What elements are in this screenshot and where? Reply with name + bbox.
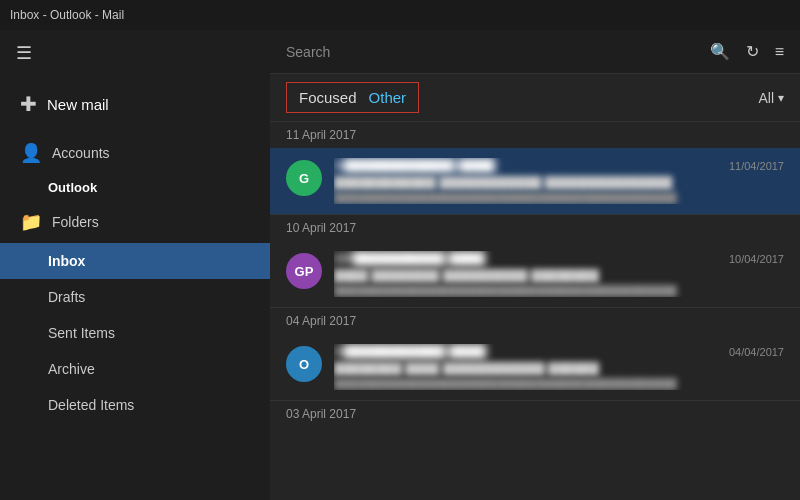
sidebar-item-drafts[interactable]: Drafts — [0, 279, 270, 315]
email-date: 10/04/2017 — [729, 253, 784, 265]
new-mail-label: New mail — [47, 96, 109, 113]
email-panel: 🔍 ↻ ≡ Focused Other All ▾ 11 April 2017 … — [270, 30, 800, 500]
tabs-bar: Focused Other All ▾ — [270, 74, 800, 122]
search-actions: 🔍 ↻ ≡ — [710, 42, 784, 61]
email-sender: G████████████ ████ — [334, 158, 495, 173]
title-text: Inbox - Outlook - Mail — [10, 8, 124, 22]
email-top: O███████████ ████ 04/04/2017 — [334, 344, 784, 359]
avatar: G — [286, 160, 322, 196]
title-bar: Inbox - Outlook - Mail — [0, 0, 800, 30]
tab-other[interactable]: Other — [365, 87, 411, 108]
avatar: O — [286, 346, 322, 382]
email-content: GP██████████ ████ 10/04/2017 ████ ██████… — [334, 251, 784, 297]
email-top: GP██████████ ████ 10/04/2017 — [334, 251, 784, 266]
all-dropdown[interactable]: All ▾ — [758, 90, 784, 106]
plus-icon: ✚ — [20, 92, 37, 116]
email-top: G████████████ ████ 11/04/2017 — [334, 158, 784, 173]
sidebar: ☰ ✚ New mail 👤 Accounts Outlook 📁 Folder… — [0, 30, 270, 500]
folders-label: Folders — [52, 214, 99, 230]
sidebar-item-sent[interactable]: Sent Items — [0, 315, 270, 351]
sidebar-item-archive[interactable]: Archive — [0, 351, 270, 387]
date-separator: 10 April 2017 — [270, 215, 800, 241]
new-mail-button[interactable]: ✚ New mail — [0, 76, 270, 132]
filter-icon[interactable]: ≡ — [775, 43, 784, 61]
email-row[interactable]: GP GP██████████ ████ 10/04/2017 ████ ███… — [270, 241, 800, 308]
hamburger-icon[interactable]: ☰ — [16, 42, 32, 64]
tab-focused[interactable]: Focused — [295, 87, 365, 108]
email-subject: ████████████ ████████████ ██████████████… — [334, 176, 784, 190]
person-icon: 👤 — [20, 142, 42, 164]
date-separator: 03 April 2017 — [270, 401, 800, 427]
email-date: 11/04/2017 — [729, 160, 784, 172]
sidebar-header: ☰ — [0, 30, 270, 76]
email-row[interactable]: O O███████████ ████ 04/04/2017 ████████ … — [270, 334, 800, 401]
drafts-label: Drafts — [48, 289, 85, 305]
folders-section[interactable]: 📁 Folders — [0, 201, 270, 243]
email-preview: ████████████████████████████████████████… — [334, 192, 784, 204]
email-content: O███████████ ████ 04/04/2017 ████████ ██… — [334, 344, 784, 390]
email-date: 04/04/2017 — [729, 346, 784, 358]
main-layout: ☰ ✚ New mail 👤 Accounts Outlook 📁 Folder… — [0, 30, 800, 500]
email-subject: ████████ ████ ████████████ ██████ — [334, 362, 784, 376]
refresh-icon[interactable]: ↻ — [746, 42, 759, 61]
outlook-account-label: Outlook — [0, 174, 270, 201]
email-sender: O███████████ ████ — [334, 344, 486, 359]
email-sender: GP██████████ ████ — [334, 251, 485, 266]
sidebar-item-deleted[interactable]: Deleted Items — [0, 387, 270, 423]
email-preview: ████████████████████████████████████████… — [334, 285, 784, 297]
accounts-section[interactable]: 👤 Accounts — [0, 132, 270, 174]
date-separator: 04 April 2017 — [270, 308, 800, 334]
accounts-label: Accounts — [52, 145, 110, 161]
email-row[interactable]: G G████████████ ████ 11/04/2017 ████████… — [270, 148, 800, 215]
search-bar: 🔍 ↻ ≡ — [270, 30, 800, 74]
email-preview: ████████████████████████████████████████… — [334, 378, 784, 390]
email-subject: ████ ████████ ██████████ ████████ — [334, 269, 784, 283]
email-content: G████████████ ████ 11/04/2017 ██████████… — [334, 158, 784, 204]
archive-label: Archive — [48, 361, 95, 377]
all-label: All — [758, 90, 774, 106]
search-input[interactable] — [286, 44, 700, 60]
deleted-label: Deleted Items — [48, 397, 134, 413]
search-icon[interactable]: 🔍 — [710, 42, 730, 61]
sidebar-item-inbox[interactable]: Inbox — [0, 243, 270, 279]
folder-icon: 📁 — [20, 211, 42, 233]
email-list: 11 April 2017 G G████████████ ████ 11/04… — [270, 122, 800, 500]
chevron-down-icon: ▾ — [778, 91, 784, 105]
inbox-label: Inbox — [48, 253, 85, 269]
avatar: GP — [286, 253, 322, 289]
focused-other-tabs: Focused Other — [286, 82, 419, 113]
sent-label: Sent Items — [48, 325, 115, 341]
date-separator: 11 April 2017 — [270, 122, 800, 148]
